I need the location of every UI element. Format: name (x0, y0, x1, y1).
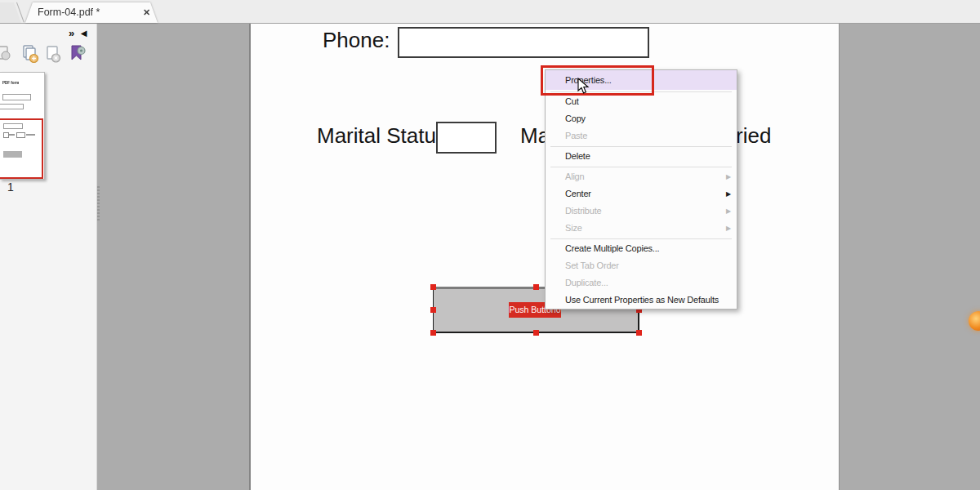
thumbnail-toolbar (0, 42, 96, 65)
context-menu: Properties... Cut Copy Paste Delete Alig… (545, 69, 737, 310)
thumbnail-field-bar (3, 123, 23, 129)
thumbnail-field-bar (0, 104, 24, 109)
mouse-cursor-icon (577, 78, 590, 95)
menu-separator (550, 146, 732, 147)
selection-handle-bottom-right[interactable] (636, 330, 642, 336)
thumbnail-text-bar (26, 134, 35, 136)
floating-orange-badge[interactable] (969, 311, 980, 331)
thumbnail-page-number: 1 (7, 180, 14, 194)
menu-item-size: Size▶ (546, 220, 737, 237)
thumbnail-text-bar (9, 134, 15, 136)
submenu-arrow-icon: ▶ (726, 168, 731, 185)
app-window: { "window": { "tab_title": "Form-04.pdf … (0, 0, 980, 490)
selection-handle-top-left[interactable] (430, 284, 436, 290)
bookmark-settings-icon[interactable] (69, 44, 87, 64)
annotation-highlight-rect (541, 65, 654, 96)
menu-item-center[interactable]: Center▶ (546, 185, 737, 203)
selection-handle-mid-left[interactable] (430, 307, 436, 313)
menu-item-use-current-properties[interactable]: Use Current Properties as New Defaults (546, 292, 737, 309)
selection-handle-top-center[interactable] (533, 284, 539, 290)
document-tab-title: Form-04.pdf * (38, 2, 100, 22)
selection-handle-bottom-left[interactable] (430, 330, 436, 336)
thumbnail-selection-rect (0, 118, 43, 179)
tab-bar: Form-04.pdf * ✕ (0, 0, 980, 24)
panel-collapse-controls: » ◀ (69, 27, 89, 39)
thumbnail-checkbox (16, 132, 25, 138)
thumbnail-heading-text: PDF form (2, 81, 19, 85)
thumbnail-sidebar: » ◀ PDF form (0, 23, 97, 490)
panel-resize-grip[interactable] (97, 186, 100, 220)
marital-status-label: Marital Status: (317, 123, 452, 149)
menu-item-create-multiple-copies[interactable]: Create Multiple Copies... (546, 240, 737, 257)
menu-item-copy[interactable]: Copy (546, 110, 737, 127)
share-document-icon[interactable] (0, 44, 11, 62)
menu-item-duplicate: Duplicate... (546, 274, 737, 292)
menu-item-align: Align▶ (546, 168, 737, 185)
page-thumbnail[interactable]: PDF form (0, 72, 45, 180)
submenu-arrow-icon: ▶ (726, 203, 731, 220)
collapse-panel-icon[interactable]: ◀ (81, 29, 89, 38)
phone-label: Phone: (323, 28, 390, 53)
menu-separator (550, 167, 732, 167)
menu-item-paste: Paste (546, 127, 737, 145)
thumbnail-field-bar (2, 94, 31, 100)
menu-item-set-tab-order: Set Tab Order (546, 257, 737, 274)
submenu-arrow-icon: ▶ (726, 185, 731, 203)
expand-panel-icon[interactable]: » (69, 27, 76, 39)
delete-page-icon[interactable] (44, 44, 62, 64)
menu-separator (550, 238, 732, 239)
thumbnail-checkbox (3, 132, 9, 138)
menu-item-cut[interactable]: Cut (546, 93, 737, 110)
document-tab[interactable]: Form-04.pdf * ✕ (25, 2, 158, 23)
selection-handle-bottom-center[interactable] (533, 330, 539, 336)
thumbnail-button-bar (3, 151, 22, 158)
add-page-icon[interactable] (21, 44, 39, 64)
menu-item-distribute: Distribute▶ (546, 203, 737, 220)
phone-text-field[interactable] (398, 27, 649, 58)
menu-item-delete[interactable]: Delete (546, 148, 737, 165)
married-checkbox-field[interactable] (436, 122, 497, 154)
tab-close-icon[interactable]: ✕ (143, 2, 150, 22)
submenu-arrow-icon: ▶ (726, 220, 731, 237)
